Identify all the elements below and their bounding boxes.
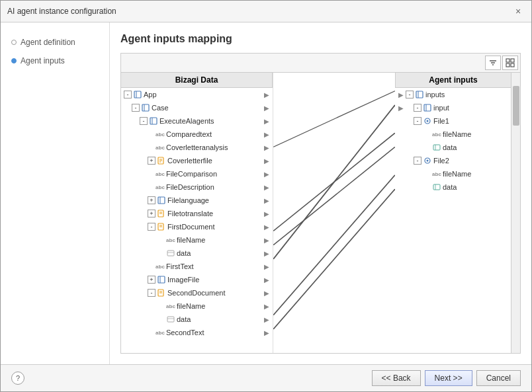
dialog-body: Agent definition Agent inputs Agent inpu…: [1, 22, 531, 364]
svg-rect-4: [511, 59, 514, 62]
tree-row-seconddocument: - SecondDocument ▶: [121, 286, 273, 299]
vertical-scrollbar[interactable]: [511, 73, 520, 353]
arrow-fd-filename: ▶: [263, 237, 270, 243]
label-filedescription: FileDescription: [166, 183, 263, 191]
expander-file1[interactable]: -: [414, 117, 421, 125]
label-input: input: [433, 104, 508, 112]
connector-svg: [273, 73, 395, 353]
sidebar-bullet-agent-inputs: [11, 58, 17, 63]
entity-icon-filelanguage: [157, 196, 166, 205]
expander-executeAlagents[interactable]: -: [140, 117, 148, 125]
arrow-comparedtext: ▶: [263, 131, 270, 137]
expander-coverletterfile[interactable]: +: [148, 157, 155, 165]
expander-input[interactable]: -: [414, 104, 421, 112]
footer-right: << Back Next >> Cancel: [372, 370, 521, 386]
arrow-executeAlagents: ▶: [263, 118, 270, 124]
svg-line-39: [273, 105, 395, 259]
svg-line-34: [273, 133, 395, 231]
svg-rect-3: [506, 59, 510, 62]
sidebar-item-label: Agent inputs: [21, 56, 65, 65]
svg-rect-6: [511, 63, 514, 67]
tree-row-firstdocument: - FirstDocument ▶: [121, 220, 273, 233]
tree-row-inputs: ▶ - inputs: [395, 88, 511, 101]
string-icon-file2-filename: abc: [432, 169, 441, 178]
svg-rect-46: [433, 145, 440, 150]
label-imagefile: ImageFile: [167, 276, 263, 284]
label-fd-filename: fileName: [177, 236, 263, 244]
agent-header: Agent inputs: [395, 73, 511, 88]
agent-panel: Agent inputs ▶ - inputs: [395, 73, 511, 353]
collection-icon-file1: [423, 116, 432, 126]
expander-case[interactable]: -: [132, 104, 140, 112]
string-icon-filecomparison: abc: [155, 169, 165, 178]
tree-row-app: - App ▶: [121, 88, 273, 101]
expander-inputs[interactable]: -: [406, 91, 414, 98]
agent-tree[interactable]: ▶ - inputs ▶: [395, 88, 511, 353]
expander-app[interactable]: -: [124, 91, 132, 98]
svg-rect-27: [158, 276, 165, 283]
svg-rect-9: [142, 104, 149, 111]
data-icon-file1-data: [432, 143, 441, 152]
arrow-firsttext: ▶: [263, 263, 270, 270]
entity-icon-inputs: [415, 90, 424, 99]
entity-icon-input: [423, 103, 432, 112]
string-icon-firsttext: abc: [155, 262, 165, 271]
tree-row-filecomparison: abc FileComparison ▶: [121, 167, 273, 180]
expander-filetotranslate[interactable]: +: [148, 210, 155, 217]
label-file1-filename: fileName: [443, 130, 508, 138]
svg-point-49: [427, 160, 429, 162]
svg-point-45: [427, 120, 429, 122]
sidebar-item-agent-inputs[interactable]: Agent inputs: [7, 54, 103, 67]
data-icon-file2-data: [432, 182, 441, 192]
scrollbar-thumb[interactable]: [513, 86, 519, 126]
arrow-left-inputs: ▶: [398, 91, 404, 98]
filter-button[interactable]: [485, 56, 501, 70]
expander-filelanguage[interactable]: +: [148, 196, 155, 204]
label-fd-data: data: [177, 249, 263, 257]
svg-rect-11: [150, 118, 157, 124]
sidebar-item-agent-definition[interactable]: Agent definition: [7, 36, 103, 49]
label-sd-data: data: [177, 315, 263, 323]
label-file2-data: data: [443, 183, 508, 191]
tree-row-filedescription: abc FileDescription ▶: [121, 180, 273, 194]
label-secondtext: SecondText: [166, 329, 263, 336]
back-button[interactable]: << Back: [372, 370, 421, 386]
label-inputs: inputs: [425, 91, 508, 98]
label-filelanguage: Filelanguage: [167, 196, 263, 204]
bizagi-tree[interactable]: - App ▶ -: [121, 88, 273, 353]
svg-rect-42: [424, 104, 431, 111]
string-icon-coverletteranalysis: abc: [155, 143, 165, 152]
next-button[interactable]: Next >>: [425, 370, 472, 386]
expander-firstdocument[interactable]: -: [148, 223, 155, 231]
dialog-title: AI agent instance configuration: [7, 7, 116, 16]
mapping-content: Bizagi Data - App: [121, 73, 511, 353]
tree-row-imagefile: + ImageFile ▶: [121, 273, 273, 286]
label-filetotranslate: Filetotranslate: [167, 210, 263, 217]
string-icon-secondtext: abc: [155, 328, 165, 337]
cancel-button[interactable]: Cancel: [476, 370, 521, 386]
expander-imagefile[interactable]: +: [148, 276, 155, 284]
label-filecomparison: FileComparison: [166, 170, 263, 178]
tree-row-firstdocument-data: data ▶: [121, 247, 273, 260]
arrow-secondtext: ▶: [263, 329, 270, 336]
sidebar-bullet-agent-definition: [11, 40, 17, 45]
label-seconddocument: SecondDocument: [167, 289, 263, 297]
tree-row-filetotranslate: + Filetotranslate ▶: [121, 207, 273, 220]
help-button[interactable]: ?: [11, 372, 24, 385]
label-case: Case: [152, 104, 263, 112]
close-button[interactable]: ×: [511, 5, 525, 18]
label-file1: File1: [433, 117, 508, 125]
label-sd-filename: fileName: [177, 302, 263, 310]
arrow-seconddocument: ▶: [263, 290, 270, 296]
expander-seconddocument[interactable]: -: [148, 289, 155, 297]
tree-row-executeAlagents: - ExecuteAlagents ▶: [121, 114, 273, 128]
label-firsttext: FirstText: [166, 262, 263, 270]
title-bar: AI agent instance configuration ×: [1, 1, 531, 22]
layout-button[interactable]: [502, 56, 518, 70]
sidebar: Agent definition Agent inputs: [1, 22, 110, 364]
tree-row-firsttext: abc FirstText ▶: [121, 260, 273, 273]
expander-file2[interactable]: -: [414, 157, 421, 165]
svg-rect-32: [167, 317, 174, 322]
tree-row-file2: - File2: [395, 154, 511, 167]
page-title: Agent inputs mapping: [120, 33, 521, 45]
